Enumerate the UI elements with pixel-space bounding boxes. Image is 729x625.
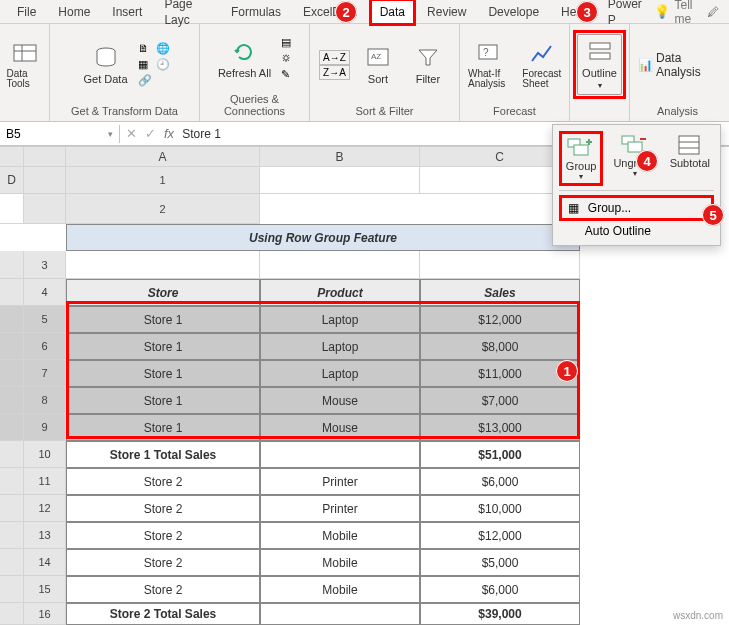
- table-icon: ▦: [138, 58, 152, 72]
- tab-exceldemy[interactable]: ExcelDem: [292, 0, 369, 26]
- tab-formulas[interactable]: Formulas: [220, 0, 292, 26]
- svg-text:AZ: AZ: [371, 52, 381, 61]
- queries-icon: ▤: [281, 36, 295, 50]
- title-cell: Using Row Group Feature: [66, 224, 580, 251]
- svg-rect-14: [679, 136, 699, 154]
- sort-desc-button[interactable]: Z→A: [319, 65, 350, 80]
- subtotal-button[interactable]: Subtotal: [666, 131, 714, 186]
- tab-developer[interactable]: Develope: [477, 0, 550, 26]
- get-transform-mini-buttons: 🗎🌐 ▦🕘 🔗: [138, 42, 170, 88]
- recent-icon: 🕘: [156, 58, 170, 72]
- outline-button[interactable]: Outline ▾: [577, 34, 622, 95]
- link-icon: 🔗: [138, 74, 152, 88]
- whatif-icon: ?: [475, 41, 501, 67]
- tab-data[interactable]: Data: [369, 0, 416, 26]
- web-icon: 🌐: [156, 42, 170, 56]
- chevron-down-icon: ▾: [633, 169, 637, 178]
- subtotal-icon: [675, 133, 705, 157]
- forecast-icon: [529, 41, 555, 67]
- data-tools-icon: [12, 41, 38, 67]
- tab-insert[interactable]: Insert: [101, 0, 153, 26]
- sort-button[interactable]: AZ Sort: [356, 41, 400, 89]
- auto-outline-menu-item[interactable]: Auto Outline: [559, 221, 714, 241]
- sort-az-buttons: A→Z Z→A: [319, 50, 350, 80]
- fx-icon[interactable]: fx: [164, 126, 174, 141]
- annotation-5: 5: [702, 204, 724, 226]
- existing-conn-button[interactable]: 🔗: [138, 74, 170, 88]
- formula-input[interactable]: Store 1: [182, 127, 221, 141]
- chevron-down-icon: ▾: [579, 172, 583, 181]
- svg-rect-9: [590, 53, 610, 59]
- svg-rect-11: [574, 145, 588, 155]
- cancel-icon[interactable]: ✕: [126, 126, 137, 141]
- svg-rect-13: [628, 142, 642, 152]
- file-icon: 🗎: [138, 42, 152, 56]
- group-icon: [566, 136, 596, 160]
- chevron-down-icon: ▾: [598, 81, 602, 90]
- queries-mini: ▤ ⛭ ✎: [281, 36, 295, 82]
- name-box[interactable]: B5 ▾: [0, 125, 120, 143]
- sort-icon: AZ: [365, 45, 391, 71]
- share-icon: 🖉: [707, 5, 719, 19]
- ribbon-tabs: File Home Insert Page Layc Formulas Exce…: [0, 0, 729, 24]
- annotation-2: 2: [335, 1, 357, 23]
- filter-icon: [415, 45, 441, 71]
- group-small-icon: ▦: [568, 201, 582, 215]
- tab-file[interactable]: File: [6, 0, 47, 26]
- watermark: wsxdn.com: [673, 610, 723, 621]
- refresh-all-button[interactable]: Refresh All: [214, 35, 275, 83]
- tab-home[interactable]: Home: [47, 0, 101, 26]
- from-table-button[interactable]: ▦🕘: [138, 58, 170, 72]
- filter-button[interactable]: Filter: [406, 41, 450, 89]
- what-if-button[interactable]: ? What-If Analysis: [464, 37, 513, 93]
- tell-me-search[interactable]: 💡 Tell me 🖉: [654, 0, 729, 26]
- group-menu-item[interactable]: ▦ Group...: [559, 195, 714, 221]
- chevron-down-icon: ▾: [108, 129, 113, 139]
- data-tools-button[interactable]: Data Tools: [3, 37, 47, 93]
- ribbon-body: Data Tools Get Data 🗎🌐 ▦🕘 🔗 Get & Transf…: [0, 24, 729, 122]
- outline-dropdown: Group ▾ Ungroup ▾ Subtotal ▦ Group... Au…: [552, 124, 721, 246]
- search-icon: 💡: [654, 4, 670, 19]
- annotation-3: 3: [576, 1, 598, 23]
- svg-text:?: ?: [483, 47, 489, 58]
- svg-rect-0: [14, 45, 36, 61]
- from-text-button[interactable]: 🗎🌐: [138, 42, 170, 56]
- sort-asc-button[interactable]: A→Z: [319, 50, 350, 65]
- tab-review[interactable]: Review: [416, 0, 477, 26]
- database-icon: [93, 45, 119, 71]
- group-button[interactable]: Group ▾: [559, 131, 604, 186]
- edit-links-icon: ✎: [281, 68, 295, 82]
- enter-icon[interactable]: ✓: [145, 126, 156, 141]
- outline-icon: [587, 39, 613, 65]
- forecast-sheet-button[interactable]: Forecast Sheet: [519, 37, 565, 93]
- properties-icon: ⛭: [281, 52, 295, 66]
- get-data-button[interactable]: Get Data: [79, 41, 131, 89]
- svg-rect-8: [590, 43, 610, 49]
- annotation-1: 1: [556, 360, 578, 382]
- data-analysis-button[interactable]: 📊 Data Analysis: [634, 47, 721, 83]
- annotation-4: 4: [636, 150, 658, 172]
- refresh-icon: [231, 39, 257, 65]
- analysis-icon: 📊: [638, 58, 652, 72]
